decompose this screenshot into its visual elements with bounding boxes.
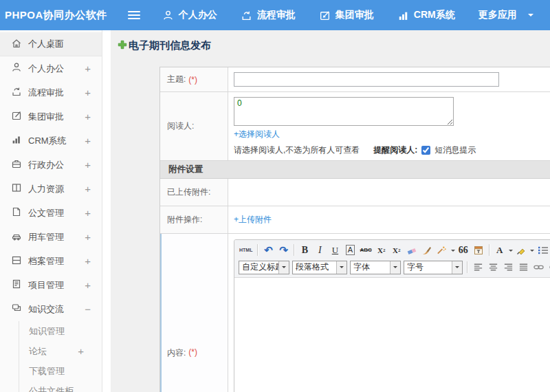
sidebar-subitem-label: 知识管理 (29, 325, 65, 338)
chevron-down-icon[interactable] (528, 14, 534, 19)
upload-attachment-link[interactable]: +上传附件 (234, 214, 550, 226)
chevron-down-icon[interactable] (451, 250, 455, 254)
readers-row: 阅读人: 0 +选择阅读人 请选择阅读人,不选为所有人可查看 提醒阅读人: 短消… (160, 92, 550, 161)
flow-icon (11, 86, 28, 99)
sidebar-subitem-download-mgmt[interactable]: 下载管理 (19, 361, 102, 381)
align-left-icon[interactable] (471, 260, 485, 274)
top-nav: 个人办公 流程审批 集团审批 CRM系统 更多应用 (162, 9, 534, 21)
select-readers-link[interactable]: +选择阅读人 (234, 129, 280, 139)
strikethrough-button[interactable]: ABC (358, 243, 373, 257)
superscript-button[interactable]: X2 (375, 243, 388, 257)
nav-personal-office[interactable]: 个人办公 (162, 9, 217, 21)
sidebar-item-label: 个人桌面 (28, 38, 64, 50)
html-source-button[interactable]: HTML (238, 243, 254, 257)
sms-remind-checkbox[interactable] (421, 146, 430, 155)
undo-icon[interactable]: ↶ (261, 243, 275, 257)
paragraph-format-select[interactable]: 段落格式 (292, 261, 347, 274)
highlight-color-icon[interactable] (514, 243, 528, 257)
sidebar-submenu: 知识管理 论坛 + 下载管理 公共文件柜 (19, 321, 102, 392)
align-right-icon[interactable] (501, 260, 515, 274)
font-style-button[interactable]: A (343, 243, 357, 257)
edit-icon (319, 10, 331, 21)
chevron-down-icon[interactable] (530, 250, 534, 254)
bold-button[interactable]: B (298, 243, 311, 257)
font-family-select[interactable]: 字体 (350, 261, 401, 274)
sidebar-subitem-knowledge-mgmt[interactable]: 知识管理 (19, 321, 102, 341)
eraser-icon[interactable] (405, 243, 419, 257)
ordered-list-icon[interactable] (536, 243, 550, 257)
paste-as-text-icon[interactable] (472, 243, 485, 257)
nav-label: 集团审批 (336, 9, 374, 21)
blockquote-button[interactable]: 66 (456, 243, 470, 257)
expand-toggle[interactable]: + (85, 135, 91, 146)
sidebar-item-label: 知识交流 (28, 303, 64, 316)
expand-toggle[interactable]: + (85, 159, 91, 171)
italic-button[interactable]: I (313, 243, 327, 257)
nav-workflow-approval[interactable]: 流程审批 (241, 9, 296, 21)
quick-format-wand-icon[interactable] (435, 243, 449, 257)
readers-hint-text: 请选择阅读人,不选为所有人可查看 (234, 144, 360, 156)
format-brush-icon[interactable] (420, 243, 434, 257)
align-center-icon[interactable] (486, 260, 500, 274)
nav-crm-system[interactable]: CRM系统 (397, 9, 455, 21)
collapse-toggle[interactable]: − (85, 303, 91, 315)
sidebar-subitem-forum[interactable]: 论坛 + (19, 341, 102, 361)
custom-heading-select[interactable]: 自定义标题 (239, 261, 289, 274)
sidebar-item-hr[interactable]: 人力资源 + (0, 177, 102, 201)
sidebar-subitem-public-file-cabinet[interactable]: 公共文件柜 (19, 381, 102, 392)
expand-toggle[interactable]: + (78, 345, 84, 357)
insert-link-icon[interactable] (531, 260, 546, 274)
expand-toggle[interactable]: + (85, 183, 91, 195)
underline-button[interactable]: U (328, 243, 342, 257)
sidebar-item-admin-office[interactable]: 行政办公 + (0, 153, 102, 177)
flow-icon (241, 10, 252, 21)
expand-toggle[interactable]: + (85, 255, 91, 267)
person-icon (11, 62, 28, 75)
attachment-section-header: 附件设置 (160, 161, 550, 179)
expand-toggle[interactable]: + (85, 111, 91, 122)
green-plus-icon (118, 40, 127, 52)
sidebar-item-vehicle-mgmt[interactable]: 用车管理 + (0, 225, 102, 249)
redo-icon[interactable]: ↷ (276, 243, 290, 257)
expand-toggle[interactable]: + (85, 231, 91, 243)
document-icon (11, 206, 28, 219)
font-size-select[interactable]: 字号 (404, 261, 463, 274)
sidebar-item-label: 公文管理 (28, 207, 64, 219)
required-mark: (*) (188, 347, 197, 359)
nav-label: 更多应用 (478, 9, 517, 21)
page-title: 电子期刊信息发布 (118, 39, 550, 52)
sidebar-item-crm[interactable]: CRM系统 + (0, 129, 102, 153)
sidebar-item-personal-office[interactable]: 个人办公 + (0, 56, 102, 80)
chevron-down-icon[interactable] (509, 250, 513, 254)
expand-toggle[interactable]: + (85, 207, 91, 219)
sidebar-item-project-mgmt[interactable]: 项目管理 + (0, 273, 102, 297)
nav-label: 流程审批 (257, 9, 296, 21)
sidebar-item-workflow-approval[interactable]: 流程审批 + (0, 80, 102, 105)
sidebar-item-label: 集团审批 (28, 111, 64, 123)
font-color-button[interactable]: A (493, 243, 507, 257)
expand-toggle[interactable]: + (85, 63, 91, 74)
home-icon (11, 38, 28, 51)
sidebar-item-personal-desktop[interactable]: 个人桌面 (0, 32, 102, 56)
nav-group-approval[interactable]: 集团审批 (319, 9, 374, 21)
subscript-button[interactable]: X2 (390, 243, 404, 257)
expand-toggle[interactable]: + (85, 87, 91, 98)
editor-content-area[interactable] (234, 278, 550, 392)
sidebar-item-group-approval[interactable]: 集团审批 + (0, 105, 102, 129)
uploaded-attachments-row: 已上传附件: (160, 179, 550, 206)
car-icon (11, 230, 28, 243)
hamburger-menu-icon[interactable] (128, 11, 140, 19)
subject-input[interactable] (234, 72, 499, 87)
sidebar-item-archive-mgmt[interactable]: 档案管理 + (0, 249, 102, 273)
expand-toggle[interactable]: + (85, 279, 91, 291)
remove-link-icon[interactable] (547, 260, 550, 274)
sidebar-item-label: 个人办公 (28, 63, 64, 75)
nav-more-apps[interactable]: 更多应用 (478, 9, 517, 21)
top-header: PHPOA协同办公软件 个人办公 流程审批 集团审批 CRM系统 更多应用 (0, 0, 550, 30)
readers-hint-line: 请选择阅读人,不选为所有人可查看 提醒阅读人: 短消息提示 (234, 144, 550, 156)
align-justify-icon[interactable] (516, 260, 530, 274)
sidebar-item-document-mgmt[interactable]: 公文管理 + (0, 201, 102, 225)
sidebar-item-knowledge-exchange[interactable]: 知识交流 − (0, 297, 102, 321)
nav-label: 个人办公 (179, 9, 217, 21)
readers-textarea[interactable]: 0 (234, 97, 454, 126)
